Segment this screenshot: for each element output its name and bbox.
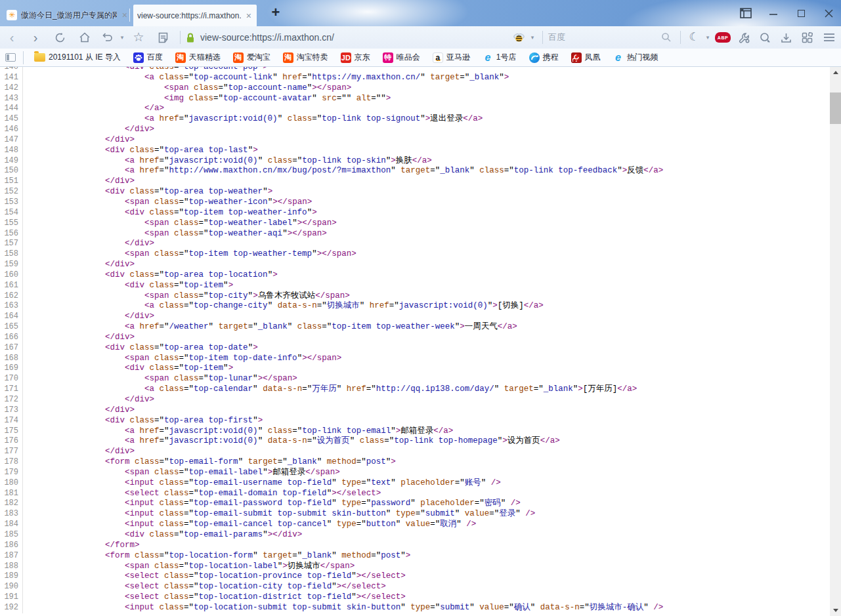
bookmark-item[interactable]: 携程: [526, 51, 562, 64]
line-number: 184: [0, 520, 23, 530]
scrollbar-thumb[interactable]: [830, 92, 841, 124]
line-code: <div class="top-item">: [23, 281, 233, 291]
line-number: 155: [0, 218, 23, 229]
line-number: 168: [0, 354, 23, 364]
scrollbar[interactable]: [830, 67, 841, 616]
line-code: </div>: [23, 135, 135, 146]
line-number: 185: [0, 530, 23, 541]
source-line: 180 <input class="top-email-username top…: [0, 478, 841, 489]
window-close-icon[interactable]: [823, 7, 834, 19]
url-text[interactable]: view-source:https://i.maxthon.cn/: [200, 32, 334, 43]
bookmark-item[interactable]: 凤凰: [568, 51, 604, 64]
devtools-wrench-icon[interactable]: [733, 28, 754, 47]
bookmark-label: 百度: [147, 52, 163, 63]
line-number: 163: [0, 301, 23, 312]
bookmark-item[interactable]: 淘天猫精选: [172, 51, 224, 64]
minimize-icon[interactable]: [767, 7, 779, 19]
line-code: </div>: [23, 260, 135, 270]
notes-icon[interactable]: [151, 28, 175, 47]
line-code: </div>: [23, 447, 135, 457]
vip-favicon: 特: [383, 52, 393, 63]
tab-maxthon-today[interactable]: ✳ 傲游今日_傲游用户专属的网 ×: [7, 5, 129, 25]
bookmark-item[interactable]: e热门视频: [610, 51, 662, 64]
bookmark-item[interactable]: JD京东: [337, 51, 374, 64]
bookmark-item[interactable]: 淘爱淘宝: [230, 51, 274, 64]
line-code: <img class="top-account-avatar" src="" a…: [23, 94, 391, 104]
adblock-plus-icon[interactable]: ABP: [712, 28, 733, 47]
source-line: 141 <a class="top-account-link" href="ht…: [0, 73, 841, 83]
search-input[interactable]: 百度: [548, 31, 658, 43]
line-code: </div>: [23, 333, 135, 343]
search-engine-caret-icon[interactable]: ▾: [528, 28, 537, 47]
source-line: 189 <select class="top-location-province…: [0, 571, 841, 582]
scrollbar-down-arrow[interactable]: [830, 605, 841, 616]
line-number: 165: [0, 322, 23, 333]
line-code: <div class="top-area top-weather">: [23, 187, 272, 197]
taobao-favicon: 淘: [233, 52, 244, 63]
bookmark-item[interactable]: a亚马逊: [429, 51, 473, 64]
back-icon[interactable]: ‹: [0, 28, 24, 47]
search-box[interactable]: ▾ 百度: [511, 28, 675, 47]
line-code: <input class="top-email-cancel top-cance…: [23, 520, 476, 530]
line-code: <input class="top-email-submit top-submi…: [23, 509, 535, 520]
apps-grid-icon[interactable]: [796, 28, 817, 47]
line-number: 170: [0, 374, 23, 384]
line-code: <div class="top-email-params"></div>: [23, 530, 302, 541]
bookmark-item[interactable]: 淘淘宝特卖: [280, 51, 332, 64]
search-engine-bee-icon[interactable]: [511, 28, 527, 47]
line-code: <form class="top-email-form" target="_bl…: [23, 457, 396, 468]
line-code: <div class="top-area top-last">: [23, 146, 258, 156]
source-line: 161 <div class="top-item">: [0, 281, 841, 291]
line-number: 140: [0, 67, 23, 73]
https-lock-icon[interactable]: [186, 32, 195, 43]
tab-separator: [129, 9, 130, 22]
bookmark-item[interactable]: 20191101 从 IE 导入: [31, 51, 124, 64]
bookmark-item[interactable]: e1号店: [479, 51, 520, 64]
search-separator: [542, 31, 543, 44]
tab-close-icon[interactable]: ×: [245, 11, 253, 20]
favorites-star-icon[interactable]: ☆: [126, 28, 151, 47]
boss-key-icon[interactable]: [740, 7, 752, 19]
source-line: 147 </div>: [0, 135, 841, 146]
maximize-icon[interactable]: [795, 7, 807, 19]
line-code: <a href="javascript:void(0)" class="top-…: [23, 426, 453, 437]
new-tab-button[interactable]: +: [268, 5, 284, 21]
line-number: 162: [0, 291, 23, 302]
line-number: 145: [0, 114, 23, 125]
source-line: 167 <div class="top-area top-date">: [0, 343, 841, 354]
home-icon[interactable]: [72, 28, 97, 47]
address-bar[interactable]: view-source:https://i.maxthon.cn/: [186, 32, 511, 43]
source-line: 163 <a class="top-change-city" data-s-n=…: [0, 301, 841, 312]
bookmark-item[interactable]: 特唯品会: [379, 51, 423, 64]
tab-close-icon[interactable]: ×: [121, 10, 129, 20]
source-line: 160 <div class="top-area top-location">: [0, 270, 841, 281]
line-number: 151: [0, 176, 23, 187]
sidebar-toggle-icon[interactable]: [5, 53, 16, 62]
night-mode-moon-icon[interactable]: ☾: [686, 28, 702, 47]
bookmark-item[interactable]: 百度: [130, 51, 166, 64]
source-line: 190 <select class="top-location-city top…: [0, 582, 841, 592]
line-number: 188: [0, 562, 23, 572]
search-icon[interactable]: [658, 28, 675, 47]
line-number: 181: [0, 489, 23, 499]
forward-icon[interactable]: ›: [24, 28, 47, 47]
refresh-icon[interactable]: [47, 28, 72, 47]
line-code: <select class="top-location-city top-fie…: [23, 582, 386, 592]
source-line: 183 <input class="top-email-submit top-s…: [0, 509, 841, 520]
line-number: 166: [0, 333, 23, 343]
amazon-favicon: a: [433, 52, 443, 63]
download-icon[interactable]: [775, 28, 796, 47]
night-mode-caret-icon[interactable]: ▾: [703, 28, 712, 47]
tab-view-source[interactable]: view-source:https://i.maxthon.cn/ ×: [133, 5, 257, 26]
line-code: <span class="top-account-name"></span>: [23, 83, 351, 94]
source-line: 142 <span class="top-account-name"></spa…: [0, 83, 841, 94]
scrollbar-up-arrow[interactable]: [830, 67, 841, 78]
source-line: 162 <span class="top-city">乌鲁木齐牧试站</span…: [0, 291, 841, 302]
undo-dropdown-caret-icon[interactable]: ▾: [118, 28, 126, 47]
undo-closed-tab-icon[interactable]: [97, 28, 117, 47]
resource-sniffer-icon[interactable]: [754, 28, 775, 47]
bookmark-label: 热门视频: [627, 52, 658, 63]
bookmark-label: 唯品会: [397, 52, 420, 63]
source-line: 148 <div class="top-area top-last">: [0, 146, 841, 156]
main-menu-icon[interactable]: [817, 28, 841, 47]
